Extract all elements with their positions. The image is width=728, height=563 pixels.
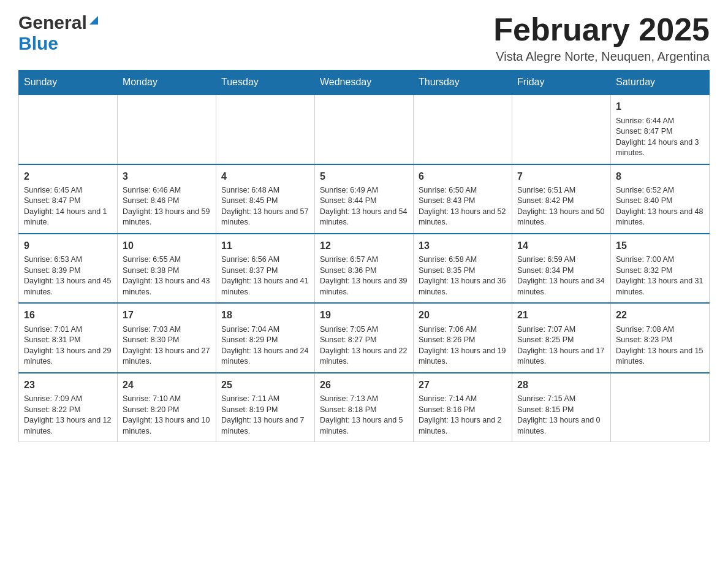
day-info-line: Sunrise: 7:08 AM [616,324,704,335]
calendar-cell-w2-d2: 3Sunrise: 6:46 AMSunset: 8:46 PMDaylight… [118,164,216,234]
col-wednesday: Wednesday [315,71,414,95]
logo: General Blue [18,12,100,54]
day-info-line: Sunrise: 6:58 AM [419,255,507,266]
calendar-cell-w1-d6 [512,94,611,164]
day-info-line: Sunrise: 7:01 AM [24,324,112,335]
day-info-line: Sunset: 8:34 PM [517,266,605,277]
day-info-line: Daylight: 13 hours and 5 minutes. [320,415,408,437]
day-info-line: Daylight: 13 hours and 12 minutes. [24,415,112,437]
logo-general-text: General [18,12,87,33]
day-info-line: Sunset: 8:35 PM [419,266,507,277]
day-info-line: Sunset: 8:40 PM [616,196,704,207]
logo-arrow-icon [87,13,100,29]
day-info-line: Sunrise: 7:03 AM [123,324,211,335]
calendar-cell-w2-d1: 2Sunrise: 6:45 AMSunset: 8:47 PMDaylight… [19,164,118,234]
day-info-line: Sunrise: 6:50 AM [419,185,507,196]
day-info-line: Sunrise: 7:10 AM [123,394,211,405]
day-info-line: Sunset: 8:39 PM [24,266,112,277]
day-info-line: Daylight: 13 hours and 22 minutes. [320,346,408,367]
day-number: 16 [24,308,112,322]
day-number: 19 [320,308,408,322]
calendar-cell-w3-d7: 15Sunrise: 7:00 AMSunset: 8:32 PMDayligh… [611,234,710,303]
calendar-cell-w3-d5: 13Sunrise: 6:58 AMSunset: 8:35 PMDayligh… [414,234,512,303]
day-info-line: Sunset: 8:31 PM [24,335,112,346]
day-number: 8 [616,170,704,183]
day-info-line: Daylight: 13 hours and 54 minutes. [320,207,408,228]
day-info-line: Sunset: 8:32 PM [616,266,704,277]
calendar-cell-w1-d5 [414,94,512,164]
day-info-line: Daylight: 13 hours and 0 minutes. [517,415,605,437]
calendar-cell-w4-d1: 16Sunrise: 7:01 AMSunset: 8:31 PMDayligh… [19,303,118,372]
col-sunday: Sunday [19,71,118,95]
day-info-line: Sunrise: 7:07 AM [517,324,605,335]
calendar-week-3: 9Sunrise: 6:53 AMSunset: 8:39 PMDaylight… [19,234,710,303]
day-info-line: Sunrise: 7:15 AM [517,394,605,405]
calendar-cell-w5-d2: 24Sunrise: 7:10 AMSunset: 8:20 PMDayligh… [118,373,216,442]
day-number: 10 [123,239,211,253]
calendar-cell-w1-d1 [19,94,118,164]
day-info-line: Sunset: 8:18 PM [320,405,408,416]
calendar-cell-w4-d5: 20Sunrise: 7:06 AMSunset: 8:26 PMDayligh… [414,303,512,372]
day-info-line: Sunset: 8:46 PM [123,196,211,207]
day-number: 2 [24,170,112,183]
calendar-cell-w4-d4: 19Sunrise: 7:05 AMSunset: 8:27 PMDayligh… [315,303,414,372]
day-info-line: Daylight: 13 hours and 17 minutes. [517,346,605,367]
day-info-line: Sunset: 8:37 PM [221,266,309,277]
page-header: General Blue February 2025 Vista Alegre … [18,12,710,64]
day-number: 13 [419,239,507,253]
calendar-cell-w3-d1: 9Sunrise: 6:53 AMSunset: 8:39 PMDaylight… [19,234,118,303]
calendar-table: Sunday Monday Tuesday Wednesday Thursday… [18,70,710,442]
calendar-title-block: February 2025 Vista Alegre Norte, Neuque… [493,12,710,64]
day-info-line: Sunrise: 6:51 AM [517,185,605,196]
day-number: 15 [616,239,704,253]
calendar-cell-w2-d4: 5Sunrise: 6:49 AMSunset: 8:44 PMDaylight… [315,164,414,234]
day-info-line: Sunrise: 6:59 AM [517,255,605,266]
calendar-cell-w4-d3: 18Sunrise: 7:04 AMSunset: 8:29 PMDayligh… [216,303,315,372]
day-info-line: Sunset: 8:45 PM [221,196,309,207]
day-info-line: Daylight: 13 hours and 7 minutes. [221,415,309,437]
day-number: 14 [517,239,605,253]
day-info-line: Daylight: 13 hours and 34 minutes. [517,276,605,297]
day-info-line: Sunset: 8:27 PM [320,335,408,346]
day-number: 26 [320,378,408,392]
calendar-cell-w4-d2: 17Sunrise: 7:03 AMSunset: 8:30 PMDayligh… [118,303,216,372]
day-number: 6 [419,170,507,183]
day-number: 18 [221,308,309,322]
day-info-line: Daylight: 13 hours and 52 minutes. [419,207,507,228]
day-info-line: Daylight: 13 hours and 36 minutes. [419,276,507,297]
calendar-cell-w3-d3: 11Sunrise: 6:56 AMSunset: 8:37 PMDayligh… [216,234,315,303]
day-info-line: Sunset: 8:36 PM [320,266,408,277]
calendar-cell-w5-d5: 27Sunrise: 7:14 AMSunset: 8:16 PMDayligh… [414,373,512,442]
calendar-cell-w4-d6: 21Sunrise: 7:07 AMSunset: 8:25 PMDayligh… [512,303,611,372]
calendar-week-1: 1Sunrise: 6:44 AMSunset: 8:47 PMDaylight… [19,94,710,164]
day-info-line: Sunrise: 7:06 AM [419,324,507,335]
day-info-line: Daylight: 14 hours and 1 minute. [24,207,112,228]
day-info-line: Daylight: 13 hours and 31 minutes. [616,276,704,297]
day-info-line: Sunset: 8:42 PM [517,196,605,207]
day-number: 20 [419,308,507,322]
day-info-line: Sunrise: 7:11 AM [221,394,309,405]
day-number: 28 [517,378,605,392]
calendar-cell-w2-d5: 6Sunrise: 6:50 AMSunset: 8:43 PMDaylight… [414,164,512,234]
day-info-line: Sunrise: 7:13 AM [320,394,408,405]
day-info-line: Daylight: 13 hours and 41 minutes. [221,276,309,297]
svg-marker-0 [89,16,98,25]
day-info-line: Daylight: 13 hours and 2 minutes. [419,415,507,437]
calendar-cell-w3-d6: 14Sunrise: 6:59 AMSunset: 8:34 PMDayligh… [512,234,611,303]
day-info-line: Sunset: 8:43 PM [419,196,507,207]
day-info-line: Sunrise: 7:00 AM [616,255,704,266]
day-info-line: Sunset: 8:22 PM [24,405,112,416]
day-number: 23 [24,378,112,392]
day-number: 17 [123,308,211,322]
day-info-line: Daylight: 13 hours and 27 minutes. [123,346,211,367]
day-info-line: Daylight: 13 hours and 39 minutes. [320,276,408,297]
day-info-line: Sunrise: 6:53 AM [24,255,112,266]
day-info-line: Daylight: 13 hours and 45 minutes. [24,276,112,297]
col-saturday: Saturday [611,71,710,95]
day-info-line: Sunset: 8:47 PM [24,196,112,207]
day-info-line: Sunrise: 7:14 AM [419,394,507,405]
day-number: 3 [123,170,211,183]
day-number: 11 [221,239,309,253]
day-info-line: Daylight: 13 hours and 48 minutes. [616,207,704,228]
day-info-line: Daylight: 13 hours and 24 minutes. [221,346,309,367]
